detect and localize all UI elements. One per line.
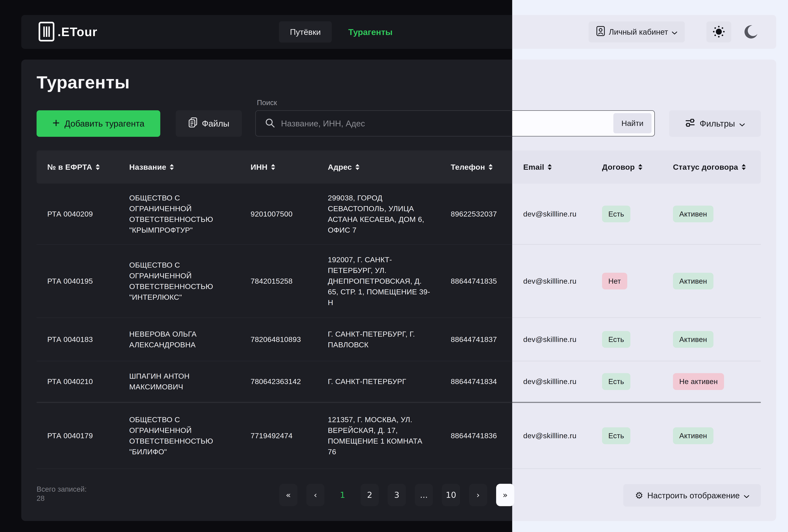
cell-efrta: РТА 0040179 [47, 430, 115, 441]
cell-phone: 88644741835 [451, 276, 508, 286]
column-header-address[interactable]: Адрес [328, 163, 359, 172]
cell-phone: 88644741836 [451, 430, 508, 441]
cell-efrta: РТА 0040195 [47, 276, 115, 286]
chevron-down-icon [744, 491, 749, 500]
cell-contract: Есть [602, 331, 662, 348]
next-page-button[interactable]: › [469, 484, 487, 506]
files-button[interactable]: Файлы [176, 110, 242, 137]
status-badge: Активен [673, 331, 713, 348]
tab-putevki[interactable]: Путёвки [279, 21, 332, 42]
display-settings-button[interactable]: ⚙ Настроить отображение [623, 484, 761, 507]
search-icon [256, 118, 275, 129]
status-badge: Не активен [673, 373, 724, 390]
cell-address: Г. САНКТ-ПЕТЕРБУРГ, Г. ПАВЛОВСК [328, 329, 432, 350]
cell-inn: 7842015258 [251, 276, 317, 286]
cell-status: Активен [673, 427, 758, 444]
search-input[interactable] [281, 119, 573, 128]
status-badge: Активен [673, 205, 713, 222]
cell-email: dev@skillline.ru [523, 209, 597, 219]
add-agent-button[interactable]: + Добавить турагента [37, 110, 160, 137]
sort-arrows-icon [170, 164, 174, 170]
page-title: Турагенты [37, 72, 130, 93]
cell-email: dev@skillline.ru [523, 430, 597, 441]
cell-address: 299038, ГОРОД СЕВАСТОПОЛЬ, УЛИЦА АСТАНА … [328, 192, 432, 235]
chevron-down-icon [672, 27, 677, 37]
page-ellipsis[interactable]: ... [415, 484, 433, 506]
cell-status: Активен [673, 273, 758, 290]
find-label: Найти [622, 119, 644, 127]
header-bar: .ETour Путёвки Турагенты Личный кабинет [21, 15, 776, 49]
contract-badge: Есть [602, 331, 630, 348]
cell-inn: 9201007500 [251, 209, 317, 219]
tab-turagenty[interactable]: Турагенты [348, 15, 393, 49]
cell-inn: 780642363142 [251, 376, 317, 387]
first-page-button[interactable]: « [279, 484, 297, 506]
records-total: Всего записей: 28 [37, 485, 87, 503]
page-button-2[interactable]: 2 [360, 484, 379, 506]
account-menu-label: Личный кабинет [609, 27, 668, 37]
sort-arrows-icon [742, 164, 746, 170]
cell-address: 192007, Г. САНКТ-ПЕТЕРБУРГ, УЛ. ДНЕПРОПЕ… [328, 254, 432, 308]
page-button-3[interactable]: 3 [388, 484, 406, 506]
column-header-name[interactable]: Название [129, 163, 174, 172]
cell-contract: Есть [602, 205, 662, 222]
pagination-pages: « ‹ 1 2 3 ... 10 › » [279, 484, 514, 506]
cell-address: 121357, Г. МОСКВА, УЛ. ВЕРЕЙСКАЯ, Д. 17,… [328, 414, 432, 457]
sun-icon [712, 25, 726, 39]
cell-contract: Есть [602, 373, 662, 390]
records-total-value: 28 [37, 494, 87, 503]
page-button-1[interactable]: 1 [334, 484, 352, 506]
cell-status: Активен [673, 205, 758, 222]
column-header-email[interactable]: Email [523, 163, 552, 172]
search-field [255, 110, 655, 136]
files-label: Файлы [202, 118, 230, 129]
column-header-efrta[interactable]: № в ЕФРТА [47, 163, 100, 172]
gear-icon: ⚙ [635, 491, 643, 500]
table-row[interactable]: РТА 0040183 НЕВЕРОВА ОЛЬГА АЛЕКСАНДРОВНА… [37, 318, 761, 361]
column-header-phone[interactable]: Телефон [451, 163, 493, 172]
sliders-icon [685, 118, 695, 130]
table-row[interactable]: РТА 0040195 ОБЩЕСТВО С ОГРАНИЧЕННОЙ ОТВЕ… [37, 244, 761, 317]
moon-icon [743, 24, 759, 40]
contract-badge: Нет [602, 273, 627, 290]
brand-logo[interactable]: .ETour [39, 15, 97, 49]
theme-dark-button[interactable] [738, 21, 763, 42]
cell-email: dev@skillline.ru [523, 376, 597, 387]
prev-page-button[interactable]: ‹ [307, 484, 324, 506]
column-header-contract-status[interactable]: Статус договора [673, 163, 746, 172]
cell-email: dev@skillline.ru [523, 276, 597, 286]
filters-button[interactable]: Фильтры [669, 110, 761, 137]
table-header-row: № в ЕФРТА Название ИНН Адрес Телефон Ema… [37, 151, 761, 183]
main-card: Турагенты + Добавить турагента Файлы Пои… [21, 60, 776, 521]
filters-label: Фильтры [700, 118, 735, 129]
cell-efrta: РТА 0040210 [47, 376, 115, 387]
cell-contract: Нет [602, 273, 662, 290]
account-menu-button[interactable]: Личный кабинет [589, 21, 685, 42]
table-row[interactable]: РТА 0040210 ШПАГИН АНТОН МАКСИМОВИЧ 7806… [37, 361, 761, 402]
cell-status: Активен [673, 331, 758, 348]
find-button[interactable]: Найти [613, 113, 651, 133]
horizontal-scrollbar[interactable] [37, 402, 761, 403]
status-badge: Активен [673, 427, 713, 444]
chevron-down-icon [740, 118, 745, 129]
cell-address: Г. САНКТ-ПЕТЕРБУРГ [328, 376, 432, 387]
plus-icon: + [53, 117, 60, 129]
last-page-button[interactable]: » [496, 484, 514, 506]
sort-arrows-icon [489, 164, 493, 170]
column-header-contract[interactable]: Договор [602, 163, 643, 172]
page-button-10[interactable]: 10 [442, 484, 460, 506]
contract-badge: Есть [602, 373, 630, 390]
tab-turagenty-label: Турагенты [348, 27, 393, 37]
row-divider [37, 469, 761, 469]
add-agent-label: Добавить турагента [64, 118, 144, 129]
cell-name: ОБЩЕСТВО С ОГРАНИЧЕННОЙ ОТВЕТСТВЕННОСТЬЮ… [129, 414, 239, 457]
tab-putevki-label: Путёвки [290, 27, 321, 37]
table-row[interactable]: РТА 0040179 ОБЩЕСТВО С ОГРАНИЧЕННОЙ ОТВЕ… [37, 403, 761, 469]
column-header-inn[interactable]: ИНН [251, 163, 275, 172]
cell-contract: Есть [602, 427, 662, 444]
cell-name: ОБЩЕСТВО С ОГРАНИЧЕННОЙ ОТВЕТСТВЕННОСТЬЮ… [129, 259, 239, 302]
theme-light-button[interactable] [706, 21, 731, 42]
table-row[interactable]: РТА 0040209 ОБЩЕСТВО С ОГРАНИЧЕННОЙ ОТВЕ… [37, 183, 761, 244]
sort-arrows-icon [355, 164, 359, 170]
sort-arrows-icon [96, 164, 100, 170]
